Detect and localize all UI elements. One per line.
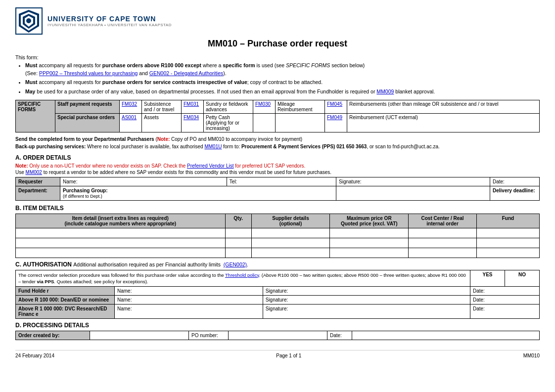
item-row-1 <box>16 228 540 238</box>
threshold-note-cell: The correct vendor selection procedure w… <box>16 270 470 287</box>
note-strong: Note: <box>15 163 28 169</box>
intro-item-2: Must accompany all requests for purchase… <box>25 79 540 87</box>
reimbursement-ext-cell: Reimbursement (UCT external) <box>347 113 540 132</box>
as001-link-cell: AS001 <box>120 113 142 132</box>
fm032-link[interactable]: FM032 <box>122 101 137 107</box>
page-container: UNIVERSITY OF CAPE TOWN IYUNIVESITHI YAS… <box>5 0 550 366</box>
threshold-policy-link[interactable]: Threshold policy <box>225 272 259 278</box>
note-label: Note: <box>157 136 170 142</box>
fm031-link[interactable]: FM031 <box>184 101 199 107</box>
petty-cash-cell: Petty Cash (Applying for or increasing) <box>204 113 253 132</box>
must-bold-1: Must <box>25 62 38 68</box>
fm034-link[interactable]: FM034 <box>184 115 199 120</box>
intro-list: Must accompany all requests for purchase… <box>25 62 540 96</box>
department-signature-space <box>336 186 490 200</box>
fm045-link[interactable]: FM045 <box>327 101 342 107</box>
reimbursements-cell: Reimbursements (other than mileage OR su… <box>347 100 540 113</box>
specific-forms-table: SPECIFIC FORMS Staff payment requests FM… <box>15 100 540 132</box>
mm002-link[interactable]: MM002 <box>26 170 42 175</box>
section-a-note2: Use MM002 to request a vendor to be adde… <box>15 170 540 175</box>
po-number-value <box>229 331 327 340</box>
intro-item-3: May be used for a purchase order of any … <box>25 88 540 96</box>
special-purchase-label: Special purchase orders <box>55 113 120 132</box>
must-bold-2: Must <box>25 79 38 85</box>
requester-name: Name: <box>60 177 227 186</box>
qty-header: Qty. <box>225 214 251 228</box>
authorisation-table: The correct vendor selection procedure w… <box>15 270 540 319</box>
delivery-deadline: Delivery deadline: <box>490 186 540 200</box>
send-bold: Send the completed form to your Departme… <box>15 136 154 142</box>
section-d-title: D. PROCESSING DETAILS <box>15 322 540 329</box>
this-form-label: This form: <box>15 54 39 60</box>
footer-form-id: MM010 <box>523 353 540 358</box>
cost-center-header: Cost Center / Realinternal order <box>409 214 477 228</box>
may-bold: May <box>25 88 35 94</box>
above-1m-name: Name: <box>115 305 263 319</box>
item-2-detail <box>16 238 226 248</box>
university-name: UNIVERSITY OF CAPE TOWN <box>47 15 172 23</box>
fm049-link-cell: FM049 <box>325 113 347 132</box>
intro-section: This form: Must accompany all requests f… <box>15 54 540 96</box>
mm01u-link[interactable]: MM01U <box>204 144 222 149</box>
gen002-auth-link[interactable]: (GEN002) <box>224 261 247 267</box>
fund-holder-signature: Signature: <box>263 287 470 296</box>
processing-date-label: Date: <box>327 331 352 340</box>
yes-header: YES <box>470 270 505 287</box>
gen002-link-intro[interactable]: GEN002 - Delegated Authorities <box>149 70 223 76</box>
preferred-vendor-link[interactable]: Preferred Vendor List <box>187 163 234 169</box>
footer: 24 February 2014 Page 1 of 1 MM010 <box>15 350 540 358</box>
section-a-title: A. ORDER DETAILS <box>15 154 540 161</box>
fm031-link-cell: FM031 <box>182 100 204 113</box>
above-1m-date: Date: <box>470 305 540 319</box>
send-info-section: Send the completed form to your Departme… <box>15 135 540 150</box>
delivery-bold: Delivery deadline: <box>493 188 535 193</box>
order-created-label: Order created by: <box>16 331 90 340</box>
intro-item-1: Must accompany all requests for purchase… <box>25 62 540 78</box>
item-1-detail <box>16 228 226 238</box>
section-a-note: Note: Only use a non-UCT vendor where no… <box>15 163 540 169</box>
as001-link[interactable]: AS001 <box>122 115 137 120</box>
ppp002-link[interactable]: PPP002 – Threshold values for purchasing <box>39 70 138 76</box>
subsistence-cell: Subsistence and / or travel <box>142 100 182 113</box>
item-3-price <box>330 248 409 258</box>
footer-page: Page 1 of 1 <box>276 353 301 358</box>
item-3-detail <box>16 248 226 258</box>
item-1-qty <box>225 228 251 238</box>
specific-forms-italic: SPECIFIC FORMS <box>286 62 330 68</box>
page-title: MM010 – Purchase order request <box>15 39 540 49</box>
item-1-cost <box>409 228 477 238</box>
specific-forms-header: SPECIFIC FORMS <box>16 100 55 132</box>
additional-auth-text: Additional authorisation required as per… <box>73 261 248 267</box>
fund-header: Fund <box>476 214 539 228</box>
item-3-qty <box>225 248 251 258</box>
fm030-link[interactable]: FM030 <box>255 101 271 107</box>
po-bold: purchase orders above R100 000 except <box>102 62 201 68</box>
item-detail-header: Item detail (insert extra lines as requi… <box>16 214 226 228</box>
processing-details-table: Order created by: PO number: Date: <box>15 331 540 340</box>
fund-holder-label: Fund Holde r <box>16 287 115 296</box>
fm032-link-cell: FM032 <box>120 100 142 113</box>
purchasing-group-sub: (If different to Dept.) <box>63 194 102 199</box>
supplier-header: Supplier details(optional) <box>251 214 330 228</box>
item-1-supplier <box>251 228 330 238</box>
above-100k-signature: Signature: <box>263 296 470 305</box>
sundry-cell: Sundry or fieldwork advances <box>204 100 253 113</box>
item-2-supplier <box>251 238 330 248</box>
max-price-header: Maximum price ORQuoted price (excl. VAT) <box>330 214 409 228</box>
fm034-link-cell: FM034 <box>182 113 204 132</box>
po-number-label: PO number: <box>189 331 229 340</box>
fm049-link[interactable]: FM049 <box>327 115 342 120</box>
requester-tel: Tel: <box>227 177 336 186</box>
fm045-link-cell: FM045 <box>325 100 347 113</box>
requester-label: Requester <box>16 177 60 186</box>
service-bold: purchase orders for service contracts ir… <box>102 79 247 85</box>
item-1-fund <box>476 228 539 238</box>
section-b-title: B. ITEM DETAILS <box>15 205 540 212</box>
section-c-title: C. AUTHORISATION Additional authorisatio… <box>15 261 540 268</box>
item-3-supplier <box>251 248 330 258</box>
item-1-price <box>330 228 409 238</box>
university-subtitle: IYUNIVESITHI YASEKHAPA • UNIVERSITEIT VA… <box>47 23 172 27</box>
mm009-link[interactable]: MM009 <box>376 88 394 94</box>
logo-box <box>15 7 43 35</box>
item-2-fund <box>476 238 539 248</box>
